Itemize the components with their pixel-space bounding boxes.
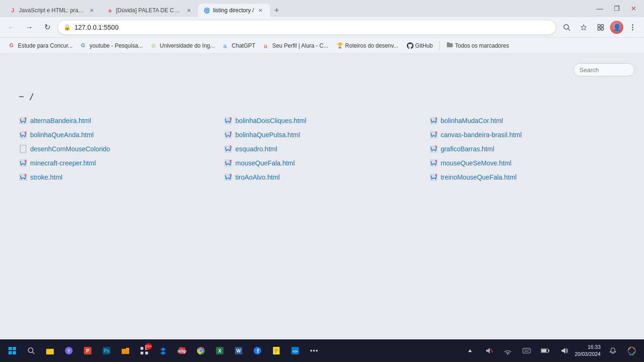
file-link-mouseQueFala[interactable]: mouseQueFala.html [235, 159, 295, 167]
taskbar-more-apps[interactable] [305, 342, 322, 359]
taskbar-dropbox-button[interactable] [155, 342, 172, 359]
svg-point-38 [435, 174, 437, 176]
file-link-bolinhaDoisCliques[interactable]: bolinhaDoisCliques.html [235, 117, 306, 124]
battery-icon[interactable] [537, 342, 554, 359]
file-item-tiroAoAlvo[interactable]: tiroAoAlvo.html [224, 172, 420, 182]
file-item-bolinhaDoisCliques[interactable]: bolinhaDoisCliques.html [224, 115, 420, 126]
notification-button[interactable] [604, 342, 621, 359]
zoom-button[interactable] [559, 20, 574, 35]
file-item-graficoBarras[interactable]: graficoBarras.html [429, 144, 625, 154]
tab-1[interactable]: J JavaScript e HTML: pratique ló... ✕ [4, 4, 101, 17]
bookmark-4[interactable]: a ChatGPT [220, 41, 259, 51]
search-input[interactable] [573, 63, 635, 76]
tab-3[interactable]: 🌀 listing directory / ✕ [198, 4, 270, 17]
file-link-graficoBarras[interactable]: graficoBarras.html [441, 145, 495, 153]
minimize-button[interactable]: — [593, 2, 606, 15]
taskbar-excel-button[interactable]: X [211, 342, 228, 359]
file-link-minecraft[interactable]: minecraft-creeper.html [30, 159, 96, 167]
file-item-mouseQueSeMove[interactable]: mouseQueSeMove.html [429, 158, 625, 168]
taskbar-word-button[interactable]: W [230, 342, 247, 359]
nav-icons: 👤 [559, 20, 640, 35]
taskbar-powerpoint-button[interactable]: P [79, 342, 96, 359]
taskbar-chrome-button[interactable] [192, 342, 209, 359]
tab-3-title: listing directory / [213, 7, 254, 14]
taskbar-facebook-button[interactable]: f [249, 342, 266, 359]
close-button[interactable]: ✕ [627, 2, 640, 15]
new-tab-button[interactable]: + [270, 4, 283, 17]
file-link-bolinhaQueAnda[interactable]: bolinhaQueAnda.html [30, 131, 94, 139]
svg-line-44 [33, 352, 34, 354]
tab-2[interactable]: a [Dúvida] PALETA DE CORES | Ja... ✕ [101, 4, 198, 17]
file-link-stroke[interactable]: stroke.html [30, 173, 62, 181]
svg-point-75 [310, 350, 312, 352]
svg-rect-41 [8, 351, 12, 354]
file-link-desenhComMouse[interactable]: desenhComMouseColorido [30, 145, 110, 153]
file-item-stroke[interactable]: stroke.html [19, 172, 215, 182]
address-text: 127.0.0.1:5500 [74, 24, 550, 31]
extensions-button[interactable] [593, 20, 608, 35]
svg-rect-56 [145, 352, 148, 354]
color-profile-icon[interactable]: PRE [623, 342, 640, 359]
svg-point-28 [25, 160, 26, 162]
file-link-canvas-bandeira[interactable]: canvas-bandeira-brasil.html [441, 131, 522, 139]
file-link-esquadro[interactable]: esquadro.html [235, 145, 277, 153]
taskbar-photoshop-button[interactable]: Ps [98, 342, 115, 359]
file-link-bolinhaQuePulsa[interactable]: bolinhaQuePulsa.html [235, 131, 300, 139]
file-item-minecraft[interactable]: minecraft-creeper.html [19, 158, 215, 168]
svg-point-26 [435, 146, 437, 148]
address-bar[interactable]: 🔒 127.0.0.1:5500 [58, 20, 556, 35]
taskbar-vscode-button[interactable]: </> [287, 342, 304, 359]
file-link-tiroAoAlvo[interactable]: tiroAoAlvo.html [235, 173, 280, 181]
file-item-mouseQueFala[interactable]: mouseQueFala.html [224, 158, 420, 168]
start-button[interactable] [4, 342, 21, 359]
taskbar-notes-button[interactable] [268, 342, 285, 359]
bookmark-3[interactable]: ◎ Universidade do Ing... [148, 41, 219, 51]
file-item-desenhComMouse[interactable]: desenhComMouseColorido [19, 144, 215, 154]
bookmark-2[interactable]: G youtube - Pesquisa... [77, 41, 147, 51]
file-link-alternaBandeira[interactable]: alternaBandeira.html [30, 117, 91, 124]
mute-icon[interactable] [480, 342, 497, 359]
bookmark-7[interactable]: GitHub [403, 41, 437, 51]
menu-button[interactable] [625, 20, 640, 35]
volume-icon[interactable] [556, 342, 573, 359]
svg-point-9 [632, 29, 634, 30]
bookmark-5[interactable]: a Seu Perfil | Alura - C... [260, 41, 332, 51]
forward-button[interactable]: → [22, 20, 37, 35]
file-link-treinoMouse[interactable]: treinoMouseQueFala.html [441, 173, 517, 181]
tab-1-close[interactable]: ✕ [88, 7, 95, 14]
file-item-canvas-bandeira[interactable]: canvas-bandeira-brasil.html [429, 130, 625, 140]
file-item-esquadro[interactable]: esquadro.html [224, 144, 420, 154]
taskbar-db-button[interactable]: mhp [173, 342, 190, 359]
show-hidden-icons[interactable] [462, 342, 479, 359]
svg-point-91 [630, 349, 633, 352]
back-button[interactable]: ← [4, 20, 19, 35]
network-icon[interactable] [499, 342, 516, 359]
bookmark-6[interactable]: 🏆 Roteiros do desenv... [333, 41, 402, 51]
keyboard-icon[interactable] [518, 342, 535, 359]
tab-3-close[interactable]: ✕ [257, 7, 264, 14]
taskbar-file-explorer[interactable] [41, 342, 58, 359]
tab-2-close[interactable]: ✕ [185, 7, 192, 14]
taskbar-time[interactable]: 16:33 20/03/2024 [575, 344, 601, 358]
taskbar-apps-button[interactable]: 99+ [136, 342, 153, 359]
file-link-mouseQueSeMove[interactable]: mouseQueSeMove.html [441, 159, 512, 167]
taskbar-teams-button[interactable]: T [60, 342, 77, 359]
taskbar-files-button[interactable] [117, 342, 134, 359]
file-item-alternaBandeira[interactable]: alternaBandeira.html [19, 115, 215, 126]
bookmark-all-markers[interactable]: Todos os marcadores [443, 40, 513, 51]
file-item-bolinhaMudaCor[interactable]: bolinhaMudaCor.html [429, 115, 625, 126]
file-link-bolinhaMudaCor[interactable]: bolinhaMudaCor.html [441, 117, 503, 124]
bookmark-1[interactable]: G Estude para Concur... [6, 41, 76, 51]
taskbar-search-button[interactable] [23, 342, 40, 359]
reload-button[interactable]: ↻ [40, 20, 55, 35]
svg-point-11 [25, 117, 26, 119]
file-item-bolinhaQueAnda[interactable]: bolinhaQueAnda.html [19, 130, 215, 140]
bookmark-star-button[interactable] [576, 20, 591, 35]
html-file-icon-7 [224, 145, 232, 153]
svg-point-0 [564, 25, 569, 29]
file-item-treinoMouse[interactable]: treinoMouseQueFala.html [429, 172, 625, 182]
profile-avatar[interactable]: 👤 [610, 21, 623, 34]
file-item-bolinhaQuePulsa[interactable]: bolinhaQuePulsa.html [224, 130, 420, 140]
maximize-button[interactable]: ❐ [610, 2, 623, 15]
html-file-icon-6 [429, 131, 438, 139]
